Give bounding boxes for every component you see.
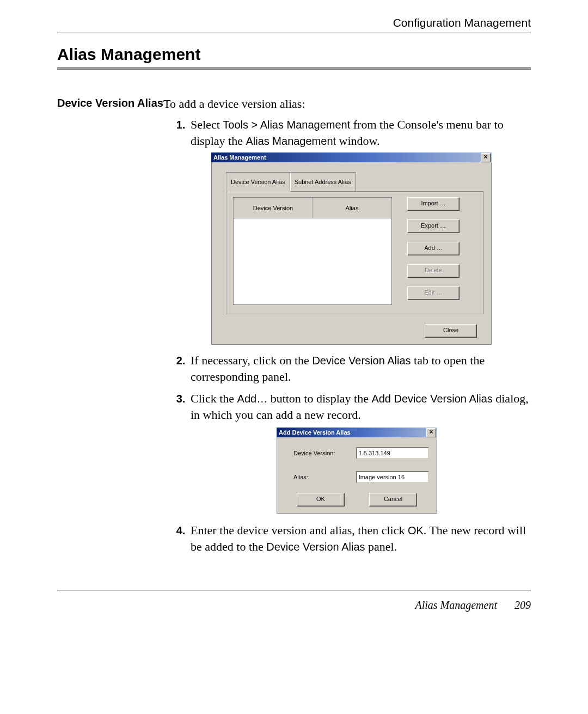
column-device-version[interactable]: Device Version bbox=[234, 198, 313, 218]
tab-subnet-address-alias[interactable]: Subnet Address Alias bbox=[290, 172, 356, 191]
button-name-add: Add… bbox=[237, 393, 268, 405]
step-2: If necessary, click on the Device Versio… bbox=[188, 352, 531, 385]
panel-name-device-version-alias: Device Version Alias bbox=[266, 541, 365, 553]
step-1-text-c: window. bbox=[336, 134, 379, 148]
screenshot-add-device-version-alias: Add Device Version Alias × Device Versio… bbox=[277, 428, 437, 514]
input-device-version[interactable]: 1.5.313.149 bbox=[356, 447, 429, 459]
window-name-alias-management: Alias Management bbox=[246, 135, 336, 147]
intro-text: To add a device version alias: bbox=[163, 96, 531, 112]
close-icon[interactable]: × bbox=[481, 153, 491, 162]
screenshot-alias-management: Alias Management × Device Version Alias … bbox=[211, 152, 492, 345]
ok-button[interactable]: OK bbox=[297, 493, 345, 506]
label-alias: Alias: bbox=[285, 469, 356, 485]
alias-table[interactable]: Device Version Alias bbox=[233, 197, 392, 305]
dialog-title: Add Device Version Alias bbox=[279, 424, 426, 441]
step-4-text-a: Enter the device version and alias, then… bbox=[191, 523, 408, 537]
footer-section: Alias Management bbox=[415, 599, 497, 612]
step-3-text-b: button to display the bbox=[267, 392, 371, 405]
step-3: Click the Add… button to display the Add… bbox=[188, 390, 531, 514]
step-2-text-a: If necessary, click on the bbox=[191, 353, 312, 367]
button-name-ok: OK bbox=[408, 524, 424, 536]
step-3-text-a: Click the bbox=[191, 392, 237, 405]
delete-button: Delete bbox=[407, 264, 460, 278]
column-alias[interactable]: Alias bbox=[313, 198, 391, 218]
side-heading: Device Version Alias bbox=[57, 96, 163, 560]
edit-button: Edit … bbox=[407, 286, 460, 300]
tab-name-device-version-alias: Device Version Alias bbox=[312, 355, 411, 367]
page-header-right: Configuration Management bbox=[57, 16, 531, 29]
close-icon[interactable]: × bbox=[426, 428, 436, 437]
footer-page-number: 209 bbox=[514, 599, 531, 612]
tab-strip: Device Version Alias Subnet Address Alia… bbox=[226, 172, 483, 191]
cancel-button[interactable]: Cancel bbox=[369, 493, 417, 506]
content-column: To add a device version alias: Select To… bbox=[163, 96, 531, 560]
titlebar: Alias Management × bbox=[211, 152, 492, 162]
dialog-name-add-device-version-alias: Add Device Version Alias bbox=[371, 393, 492, 405]
steps-list: Select Tools > Alias Management from the… bbox=[163, 117, 531, 555]
close-button[interactable]: Close bbox=[425, 324, 477, 338]
import-button[interactable]: Import … bbox=[407, 197, 460, 211]
step-4-text-c: panel. bbox=[365, 540, 397, 553]
step-1-text-a: Select bbox=[191, 118, 223, 131]
page-footer: Alias Management 209 bbox=[57, 599, 531, 612]
header-rule bbox=[57, 33, 531, 33]
section-rule bbox=[57, 67, 531, 70]
add-button[interactable]: Add … bbox=[407, 242, 460, 255]
footer-rule bbox=[57, 590, 531, 590]
section-title: Alias Management bbox=[57, 45, 531, 64]
tab-device-version-alias[interactable]: Device Version Alias bbox=[226, 172, 290, 192]
step-1: Select Tools > Alias Management from the… bbox=[188, 117, 531, 345]
label-device-version: Device Version: bbox=[285, 445, 356, 461]
menu-path-tools-alias: Tools > Alias Management bbox=[223, 119, 350, 131]
titlebar: Add Device Version Alias × bbox=[277, 428, 437, 437]
export-button[interactable]: Export … bbox=[407, 219, 460, 233]
input-alias[interactable]: Image version 16 bbox=[356, 471, 429, 483]
tab-panel: Device Version Alias Import … Export … bbox=[226, 191, 483, 314]
table-body-empty[interactable] bbox=[234, 218, 391, 304]
step-4: Enter the device version and alias, then… bbox=[188, 522, 531, 555]
